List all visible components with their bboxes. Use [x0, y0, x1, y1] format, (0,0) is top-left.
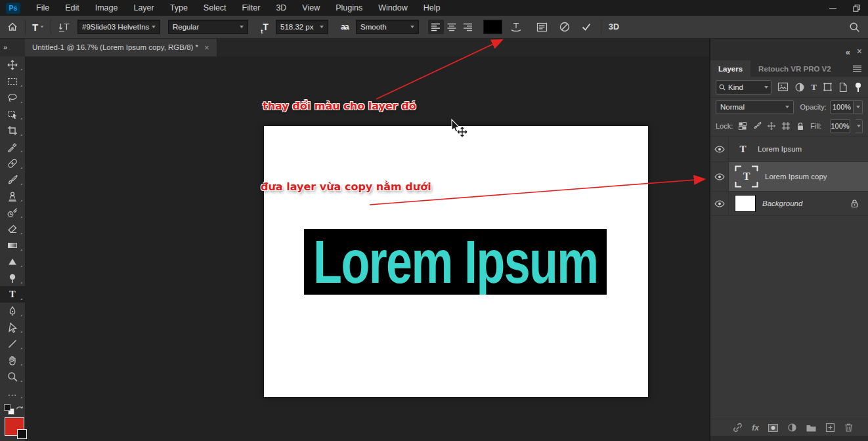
new-layer-button[interactable] [825, 423, 835, 432]
cancel-edits-button[interactable] [556, 19, 573, 35]
lock-pixels-button[interactable] [752, 121, 762, 131]
lock-transparency-button[interactable] [738, 121, 747, 131]
type-tool[interactable]: T [0, 286, 25, 303]
lock-position-button[interactable] [767, 121, 776, 131]
object-selection-tool[interactable] [0, 106, 25, 122]
menu-image[interactable]: Image [87, 0, 126, 16]
lasso-tool[interactable] [0, 89, 25, 106]
layer-row-body-selected[interactable]: T Lorem Ipsum copy [729, 162, 868, 191]
menu-window[interactable]: Window [370, 0, 415, 16]
eyedropper-tool[interactable] [0, 138, 25, 155]
filter-kind-select[interactable]: Kind [716, 80, 771, 94]
filter-type-button[interactable]: T [811, 82, 817, 93]
panel-menu-button[interactable] [852, 65, 862, 72]
type-tool-preset-button[interactable]: T [30, 19, 47, 35]
add-layer-mask-button[interactable] [768, 423, 779, 432]
marquee-tool[interactable] [0, 73, 25, 89]
menu-select[interactable]: Select [196, 0, 234, 16]
menu-plugins[interactable]: Plugins [328, 0, 370, 16]
filter-shape-button[interactable] [823, 82, 833, 92]
hand-tool[interactable] [0, 352, 25, 368]
move-tool[interactable] [0, 56, 25, 73]
eraser-tool[interactable] [0, 220, 25, 237]
brush-tool[interactable] [0, 171, 25, 188]
delete-layer-button[interactable] [844, 423, 854, 432]
text-layer-thumbnail[interactable]: T [735, 142, 751, 156]
background-color-swatch[interactable] [17, 429, 27, 439]
search-button[interactable] [846, 19, 863, 35]
pen-tool[interactable] [0, 303, 25, 319]
tab-layers[interactable]: Layers [710, 60, 750, 77]
filter-image-button[interactable] [777, 82, 789, 92]
toolbar-collapse-button[interactable]: » [0, 38, 25, 56]
home-button[interactable] [4, 19, 21, 35]
opacity-dropdown-button[interactable] [854, 100, 863, 114]
close-panel-button[interactable]: × [857, 47, 862, 56]
opacity-input[interactable]: 100% [830, 100, 854, 114]
font-style-select[interactable]: Regular [168, 20, 248, 34]
tab-close-button[interactable]: × [204, 43, 209, 52]
lock-all-button[interactable] [796, 121, 805, 131]
filter-toggle-switch[interactable] [854, 82, 863, 93]
font-size-select[interactable]: 518.32 px [276, 20, 328, 34]
line-tool[interactable] [0, 335, 25, 352]
new-adjustment-layer-button[interactable] [787, 423, 797, 432]
layer-effects-button[interactable]: fx [752, 423, 759, 432]
restore-button[interactable] [844, 0, 868, 16]
dodge-tool[interactable] [0, 270, 25, 286]
path-selection-tool[interactable] [0, 319, 25, 335]
link-layers-button[interactable] [732, 423, 743, 432]
layer-row-body[interactable]: Background [729, 192, 868, 215]
minimize-button[interactable] [821, 0, 844, 16]
menu-view[interactable]: View [294, 0, 328, 16]
visibility-toggle[interactable] [710, 162, 729, 191]
visibility-toggle[interactable] [710, 192, 729, 215]
document-tab[interactable]: Untitled-1 @ 16.7% (Lorem Ipsum copy, RG… [25, 38, 217, 56]
align-right-button[interactable] [460, 20, 475, 34]
menu-help[interactable]: Help [416, 0, 448, 16]
lock-artboard-button[interactable] [781, 121, 791, 131]
3d-mode-button[interactable]: 3D [609, 22, 619, 32]
clone-stamp-tool[interactable] [0, 188, 25, 204]
collapse-panel-button[interactable]: « [846, 47, 850, 57]
menu-layer[interactable]: Layer [125, 0, 162, 16]
fill-dropdown-button[interactable] [856, 119, 863, 133]
commit-edits-button[interactable] [578, 19, 595, 35]
background-layer-thumbnail[interactable] [735, 195, 756, 212]
text-color-swatch[interactable] [484, 20, 502, 33]
swap-colors-icon[interactable] [15, 404, 24, 412]
menu-file[interactable]: File [28, 0, 57, 16]
menu-edit[interactable]: Edit [57, 0, 87, 16]
edit-toolbar-button[interactable]: ... [0, 385, 25, 401]
text-orientation-button[interactable] [55, 19, 72, 35]
layer-row-lorem-ipsum-copy[interactable]: T Lorem Ipsum copy [710, 162, 868, 192]
layer-row-background[interactable]: Background [710, 192, 868, 216]
align-center-button[interactable] [444, 20, 460, 34]
blend-mode-select[interactable]: Normal [716, 100, 794, 114]
healing-brush-tool[interactable] [0, 155, 25, 171]
toggle-panels-button[interactable] [533, 19, 550, 35]
fill-input[interactable]: 100% [830, 119, 850, 133]
filter-adjustment-button[interactable] [794, 82, 805, 93]
filter-smart-object-button[interactable] [838, 82, 848, 93]
visibility-toggle[interactable] [710, 136, 729, 161]
anti-alias-select[interactable]: Smooth [356, 20, 419, 34]
history-brush-tool[interactable] [0, 204, 25, 220]
menu-type[interactable]: Type [162, 0, 196, 16]
layer-row-body[interactable]: T Lorem Ipsum [729, 136, 868, 161]
font-family-select[interactable]: #9Slide03 HelvetIns [77, 20, 160, 34]
warp-text-button[interactable] [508, 19, 525, 35]
gradient-tool[interactable] [0, 237, 25, 253]
zoom-tool[interactable] [0, 368, 25, 385]
document-canvas[interactable]: Lorem Ipsum [264, 126, 648, 397]
text-layer-thumbnail-selected[interactable]: T [735, 165, 758, 188]
tab-retouch-vr-pro[interactable]: Retouch VR PRO V2 [750, 60, 839, 77]
menu-3d[interactable]: 3D [268, 0, 294, 16]
layer-row-lorem-ipsum[interactable]: T Lorem Ipsum [710, 136, 868, 162]
menu-filter[interactable]: Filter [234, 0, 269, 16]
new-group-button[interactable] [806, 423, 817, 432]
default-colors-icon[interactable] [4, 404, 11, 411]
align-left-button[interactable] [428, 20, 444, 34]
shape-tool[interactable] [0, 253, 25, 270]
crop-tool[interactable] [0, 122, 25, 138]
